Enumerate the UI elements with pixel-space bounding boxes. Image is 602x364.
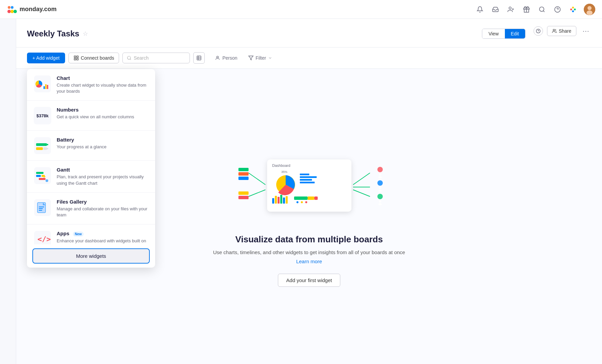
svg-point-88 [296,201,298,203]
page-title: Weekly Tasks [27,29,79,38]
svg-rect-48 [36,172,44,174]
share-button[interactable]: Share [547,26,576,36]
invite-icon[interactable] [506,5,516,14]
svg-line-64 [353,190,370,196]
svg-rect-25 [77,56,78,58]
edit-button[interactable]: Edit [505,29,525,38]
svg-point-91 [377,167,383,172]
view-edit-group: View Edit [482,29,525,39]
svg-point-15 [572,6,574,8]
more-options-button[interactable]: ⋯ [580,26,591,36]
add-widget-button[interactable]: + Add widget [27,53,65,63]
numbers-name: Numbers [57,107,148,113]
widget-item-apps[interactable]: </> Apps New Enhance your dashboard with… [27,224,155,244]
svg-rect-42 [36,143,47,146]
avatar[interactable] [584,4,595,15]
files-gallery-desc: Manage and collaborate on your files wit… [57,206,148,218]
svg-point-17 [572,10,574,12]
chart-icon [34,75,51,93]
logo[interactable]: monday.com [7,4,57,15]
svg-point-95 [379,187,381,189]
apps-icon: </> [34,231,51,244]
svg-rect-81 [278,197,280,204]
view-button[interactable]: View [482,29,505,38]
svg-rect-49 [36,175,41,177]
content-area: Weekly Tasks ☆ View Edit Share ⋯ [16,19,602,364]
svg-rect-76 [300,176,317,178]
svg-line-62 [249,190,265,196]
svg-point-0 [7,10,11,13]
header-actions: Share ⋯ [534,26,591,42]
dashboard-title: Visualize data from multiple boards [235,234,383,245]
widget-item-numbers[interactable]: $378k Numbers Get a quick view on all nu… [27,101,155,131]
add-first-widget-button[interactable]: Add your first widget [278,274,341,287]
svg-rect-51 [39,178,46,180]
widget-list: Chart Create chart widget to visually sh… [27,69,155,244]
help-button[interactable] [534,26,543,36]
svg-rect-44 [36,147,43,150]
star-icon[interactable]: ☆ [83,30,88,37]
svg-rect-86 [308,196,314,200]
sidebar [0,19,16,364]
svg-rect-83 [283,198,285,204]
inbox-icon[interactable] [491,5,500,14]
notifications-icon[interactable] [475,5,485,14]
widget-item-files-gallery[interactable]: Files Gallery Manage and collaborate on … [27,193,155,224]
person-label: Person [222,55,237,61]
gantt-widget-text: Gantt Plan, track and present your proje… [57,167,148,186]
files-gallery-widget-text: Files Gallery Manage and collaborate on … [57,199,148,218]
svg-point-92 [379,174,381,176]
gift-icon[interactable] [522,5,531,14]
monday-apps-icon[interactable] [568,5,578,14]
svg-rect-38 [44,86,45,89]
dashboard-subtitle: Use charts, timelines, and other widgets… [213,249,405,256]
svg-point-3 [8,6,10,9]
widget-item-battery[interactable]: Battery Your progress at a glance [27,131,155,161]
svg-point-14 [570,8,572,10]
svg-rect-67 [238,172,249,176]
svg-point-19 [587,6,592,10]
nav-icons [475,4,595,15]
gantt-icon [34,167,51,184]
table-view-icon[interactable] [193,52,205,64]
battery-icon [34,137,51,154]
filter-button[interactable]: Filter [244,53,276,63]
svg-text:</>: </> [37,235,51,243]
search-box[interactable] [122,53,190,63]
share-label: Share [559,28,571,34]
person-button[interactable]: Person [211,53,241,63]
main-container: Weekly Tasks ☆ View Edit Share ⋯ [0,19,602,364]
widget-item-gantt[interactable]: Gantt Plan, track and present your proje… [27,161,155,192]
help-icon[interactable] [553,5,562,14]
gantt-name: Gantt [57,167,148,173]
svg-rect-82 [280,195,282,204]
svg-point-94 [377,180,383,186]
svg-line-63 [353,173,370,185]
svg-rect-40 [47,85,48,89]
svg-point-96 [378,190,382,192]
svg-point-34 [217,56,219,58]
svg-rect-69 [238,191,249,195]
search-icon[interactable] [537,5,547,14]
person-filter-group: Person Filter [211,53,276,63]
widget-item-chart[interactable]: Chart Create chart widget to visually sh… [27,69,155,101]
more-widgets-button[interactable]: More widgets [32,248,150,264]
svg-rect-79 [272,198,274,204]
search-input[interactable] [134,55,174,61]
svg-rect-58 [39,210,42,211]
files-gallery-name: Files Gallery [57,199,148,205]
filter-label: Filter [256,55,266,61]
numbers-desc: Get a quick view on all number columns [57,114,148,120]
svg-point-99 [378,203,382,205]
svg-point-93 [378,176,382,178]
apps-desc: Enhance your dashboard with widgets buil… [57,238,148,244]
connect-boards-button[interactable]: Connect boards [68,53,119,63]
battery-desc: Your progress at a glance [57,144,148,150]
learn-more-link[interactable]: Learn more [296,259,322,264]
battery-name: Battery [57,137,148,143]
toolbar: + Add widget Connect boards Person Fil [16,48,602,69]
svg-point-23 [553,29,555,31]
files-gallery-icon [34,199,51,216]
battery-widget-text: Battery Your progress at a glance [57,137,148,150]
apps-name: Apps New [57,231,148,237]
